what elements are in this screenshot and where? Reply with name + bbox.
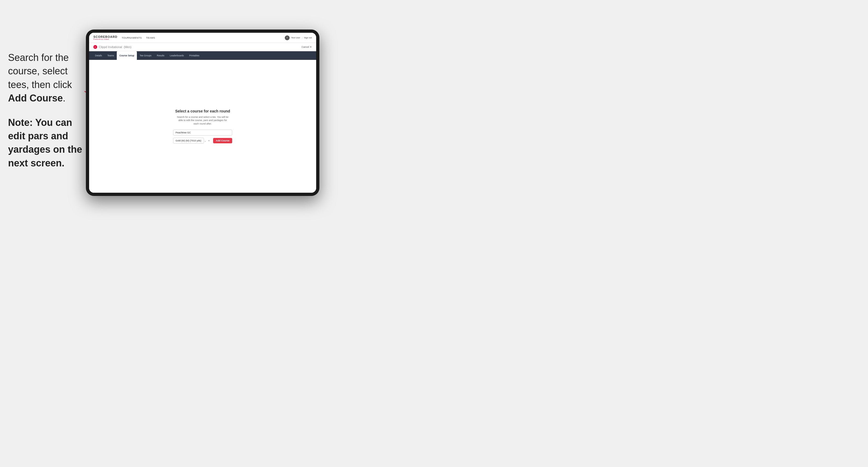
- tee-select-row: Gold (M) (M) (7010 yds) ✕ Add Course: [173, 138, 232, 144]
- tee-select-wrapper: Gold (M) (M) (7010 yds) ✕: [173, 138, 212, 144]
- course-select-description: Search for a course and select a tee. Yo…: [176, 116, 229, 126]
- logo-area: SCOREBOARD Powered by clippd: [93, 35, 117, 40]
- tab-results[interactable]: Results: [154, 51, 167, 60]
- main-content: Select a course for each round Search fo…: [89, 60, 316, 193]
- instruction-note-text: Note: You can edit pars and yardages on …: [8, 116, 83, 170]
- tab-details[interactable]: Details: [92, 51, 105, 60]
- add-course-emphasis: Add Course: [8, 93, 63, 103]
- course-search-wrapper: [173, 130, 232, 135]
- nav-teams[interactable]: TEAMS: [146, 36, 155, 39]
- cancel-button[interactable]: Cancel ✕: [302, 45, 312, 48]
- tee-select[interactable]: Gold (M) (M) (7010 yds): [173, 138, 204, 144]
- logo-title: SCOREBOARD: [93, 35, 117, 38]
- tablet-device: SCOREBOARD Powered by clippd TOURNAMENTS…: [86, 30, 319, 196]
- instruction-main-text: Search for the course, select tees, then…: [8, 51, 83, 105]
- course-search-input[interactable]: [173, 130, 232, 135]
- tab-leaderboards[interactable]: Leaderboards: [167, 51, 187, 60]
- course-select-title: Select a course for each round: [175, 109, 230, 113]
- tee-clear-button[interactable]: ✕: [208, 139, 210, 142]
- sign-out-link[interactable]: Sign out: [304, 36, 312, 39]
- tab-course-setup[interactable]: Course Setup: [117, 51, 137, 60]
- add-course-button[interactable]: Add Course: [213, 138, 232, 143]
- tab-teams[interactable]: Teams: [105, 51, 117, 60]
- tournament-bar: C Clippd Invitational (Men) Cancel ✕: [89, 43, 316, 51]
- instruction-area: Search for the course, select tees, then…: [8, 51, 83, 170]
- top-nav-right: T Test User | Sign out: [285, 35, 312, 40]
- tournament-icon: C: [93, 45, 97, 49]
- note-content: Note: You can edit pars and yardages on …: [8, 117, 82, 168]
- tab-printables[interactable]: Printables: [187, 51, 202, 60]
- tab-tee-groups[interactable]: Tee Groups: [137, 51, 154, 60]
- top-nav-links: TOURNAMENTS TEAMS: [122, 36, 284, 39]
- user-name: Test User: [291, 36, 300, 39]
- user-avatar: T: [285, 35, 289, 40]
- top-nav: SCOREBOARD Powered by clippd TOURNAMENTS…: [89, 33, 316, 43]
- tab-nav: Details Teams Course Setup Tee Groups Re…: [89, 51, 316, 60]
- tablet-screen: SCOREBOARD Powered by clippd TOURNAMENTS…: [89, 33, 316, 193]
- nav-tournaments[interactable]: TOURNAMENTS: [122, 36, 142, 39]
- logo-sub: Powered by clippd: [93, 38, 117, 40]
- tournament-name: Clippd Invitational (Men): [99, 45, 131, 49]
